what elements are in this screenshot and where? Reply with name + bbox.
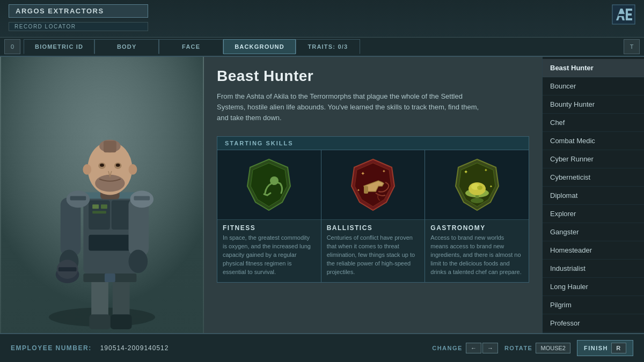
- svg-rect-11: [89, 235, 133, 251]
- svg-rect-23: [104, 141, 116, 152]
- svg-point-30: [129, 164, 137, 175]
- skill-name-ballistics: BALLISTICS: [321, 220, 425, 234]
- background-description: From the Ashta of Akila to the Terrormor…: [217, 91, 485, 123]
- nav-prev-button[interactable]: 0: [4, 39, 20, 54]
- bg-list-item[interactable]: Beast Hunter: [543, 59, 644, 77]
- skill-icon-ballistics: ✦ ✦ ✦: [321, 150, 425, 220]
- svg-rect-7: [111, 314, 132, 329]
- record-locator-label: RECORD LOCATOR: [9, 22, 148, 31]
- svg-point-28: [116, 164, 120, 167]
- rotate-key[interactable]: MOUSE2: [536, 343, 570, 353]
- svg-text:✦: ✦: [484, 168, 488, 173]
- finish-button[interactable]: FINISH R: [577, 340, 633, 356]
- svg-rect-37: [92, 211, 106, 213]
- background-list-panel: Beast HunterBouncerBounty HunterChefComb…: [542, 57, 644, 333]
- bg-list-item[interactable]: Professor: [543, 314, 644, 333]
- skill-name-fitness: FITNESS: [217, 220, 321, 234]
- main-content: Beast Hunter From the Ashta of Akila to …: [0, 57, 644, 333]
- bg-list-item[interactable]: Cyberneticist: [543, 168, 644, 187]
- svg-rect-44: [364, 186, 368, 194]
- bg-list-item[interactable]: Chef: [543, 114, 644, 132]
- bg-list-item[interactable]: Bouncer: [543, 77, 644, 95]
- svg-rect-17: [58, 267, 77, 271]
- svg-rect-34: [134, 196, 150, 200]
- svg-rect-39: [105, 274, 115, 282]
- svg-point-19: [129, 250, 148, 274]
- skills-header: STARTING SKILLS: [217, 136, 529, 150]
- skill-name-gastronomy: GASTRONOMY: [425, 220, 529, 234]
- skill-card-fitness: FITNESS In space, the greatest commodity…: [217, 150, 321, 282]
- bg-list-item[interactable]: Bounty Hunter: [543, 95, 644, 114]
- tab-face[interactable]: FACE: [159, 39, 223, 54]
- nav-tabs: 0 BIOMETRIC ID BODY FACE BACKGROUND TRAI…: [0, 38, 644, 57]
- skill-card-ballistics: ✦ ✦ ✦ BALLISTICS Centuries of conflict h…: [321, 150, 426, 282]
- bg-list-item[interactable]: Long Hauler: [543, 278, 644, 296]
- svg-rect-6: [89, 314, 111, 329]
- change-controls: CHANGE ← →: [432, 343, 498, 353]
- svg-point-53: [477, 186, 482, 190]
- svg-text:✦: ✦: [382, 169, 386, 174]
- svg-rect-35: [92, 204, 99, 209]
- bg-list-item[interactable]: Homesteader: [543, 241, 644, 260]
- finish-key: R: [611, 343, 626, 353]
- skill-desc-gastronomy: Access to brand new worlds means access …: [425, 234, 529, 282]
- svg-rect-36: [101, 204, 107, 209]
- employee-label: EMPLOYEE NUMBER:: [11, 344, 92, 352]
- bottom-bar: EMPLOYEE NUMBER: 190514-2009140512 CHANG…: [0, 333, 644, 362]
- svg-text:✦: ✦: [464, 169, 468, 175]
- bg-list-item[interactable]: Explorer: [543, 205, 644, 223]
- character-panel: [0, 57, 204, 333]
- skill-desc-ballistics: Centuries of conflict have proven that w…: [321, 234, 425, 282]
- change-key-left[interactable]: ←: [466, 343, 481, 353]
- rotate-controls: ROTATE MOUSE2: [504, 343, 570, 353]
- skill-card-gastronomy: ✦ ✦ ✦ GASTRONOMY Access: [425, 150, 529, 282]
- bg-list-item[interactable]: Industrialist: [543, 260, 644, 278]
- svg-text:✦: ✦: [489, 184, 493, 188]
- app-title: ARGOS EXTRACTORS: [9, 4, 148, 18]
- nav-next-button[interactable]: T: [624, 39, 640, 54]
- change-key-right[interactable]: →: [482, 343, 498, 353]
- skill-icon-gastronomy: ✦ ✦ ✦: [425, 150, 529, 220]
- bg-list-item[interactable]: Diplomat: [543, 187, 644, 205]
- ae-logo: [612, 4, 635, 25]
- change-label: CHANGE: [432, 345, 463, 351]
- top-bar: ARGOS EXTRACTORS RECORD LOCATOR: [0, 0, 644, 38]
- bg-list-item[interactable]: Pilgrim: [543, 296, 644, 314]
- bottom-right-controls: CHANGE ← → ROTATE MOUSE2 FINISH R: [432, 340, 633, 356]
- finish-label: FINISH: [584, 345, 608, 351]
- employee-number: 190514-2009140512: [100, 344, 169, 352]
- skill-desc-fitness: In space, the greatest commodity is oxyg…: [217, 234, 321, 282]
- subtitle-row: RECORD LOCATOR: [0, 20, 644, 32]
- background-title: Beast Hunter: [217, 68, 529, 85]
- svg-text:✦: ✦: [361, 171, 365, 176]
- svg-rect-33: [70, 196, 86, 200]
- bg-list-item[interactable]: Combat Medic: [543, 132, 644, 150]
- skill-icon-fitness: [217, 150, 321, 220]
- skills-grid: FITNESS In space, the greatest commodity…: [217, 150, 529, 283]
- svg-rect-0: [612, 4, 635, 25]
- tab-background[interactable]: BACKGROUND: [223, 39, 296, 54]
- bg-list-item[interactable]: Gangster: [543, 223, 644, 241]
- content-panel: Beast Hunter From the Ashta of Akila to …: [204, 57, 542, 333]
- change-keys: ← →: [466, 343, 498, 353]
- title-row: ARGOS EXTRACTORS: [0, 0, 644, 20]
- rotate-label: ROTATE: [504, 345, 533, 351]
- tab-body[interactable]: BODY: [94, 39, 159, 54]
- svg-point-27: [100, 164, 104, 167]
- svg-text:✦: ✦: [357, 188, 360, 192]
- tab-biometric-id[interactable]: BIOMETRIC ID: [24, 39, 94, 54]
- svg-point-29: [83, 164, 91, 175]
- tab-traits[interactable]: TRAITS: 0/3: [296, 39, 360, 54]
- bg-list-item[interactable]: Cyber Runner: [543, 150, 644, 168]
- svg-point-50: [471, 198, 484, 203]
